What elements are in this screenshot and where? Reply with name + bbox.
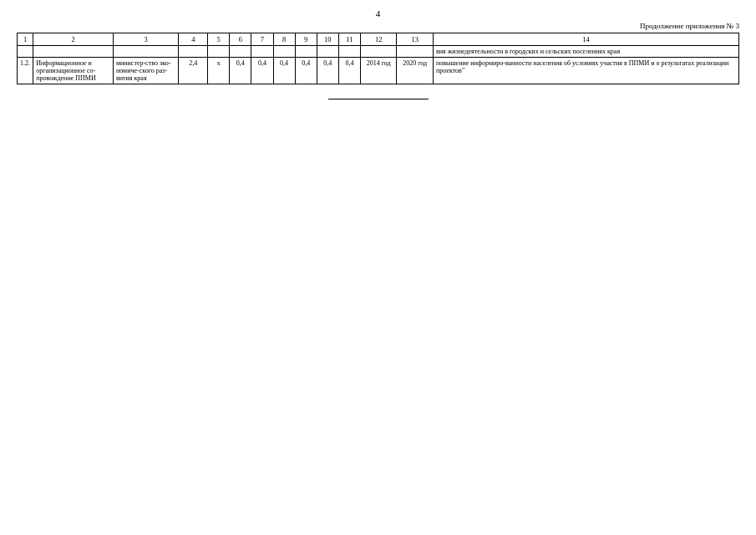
row0-col5 (208, 46, 230, 58)
row0-col12 (360, 46, 397, 58)
row1-col5: х (208, 58, 230, 84)
page: 4 Продолжение приложения № 3 1 2 3 4 5 6… (0, 0, 756, 535)
row1-col7: 0,4 (251, 58, 273, 84)
header-col-1: 1 (18, 33, 33, 46)
row0-col2 (33, 46, 114, 58)
underline-section (17, 93, 739, 101)
row1-col8: 0,4 (273, 58, 295, 84)
row1-col13: 2020 год (397, 58, 434, 84)
header-col-12: 12 (360, 33, 397, 46)
header-col-8: 8 (273, 33, 295, 46)
row0-col4 (179, 46, 208, 58)
row0-col8 (273, 46, 295, 58)
header-col-3: 3 (113, 33, 178, 46)
row1-col1: 1.2. (18, 58, 33, 84)
header-col-6: 6 (230, 33, 251, 46)
header-col-5: 5 (208, 33, 230, 46)
table-header-row: 1 2 3 4 5 6 7 8 9 10 11 12 13 14 (18, 33, 739, 46)
row1-col4: 2,4 (179, 58, 208, 84)
row0-col3 (113, 46, 178, 58)
main-table: 1 2 3 4 5 6 7 8 9 10 11 12 13 14 (17, 33, 739, 84)
header-col-13: 13 (397, 33, 434, 46)
table-row: вия жизнедеятельности в городских и сель… (18, 46, 739, 58)
row0-col9 (295, 46, 317, 58)
continuation-label: Продолжение приложения № 3 (17, 22, 739, 30)
row1-col9: 0,4 (295, 58, 317, 84)
row0-col14: вия жизнедеятельности в городских и сель… (434, 46, 739, 58)
row1-col11: 0,4 (338, 58, 360, 84)
table-row: 1.2. Информационное и организационное со… (18, 58, 739, 84)
header-col-4: 4 (179, 33, 208, 46)
row0-col10 (317, 46, 338, 58)
underline-line (328, 99, 429, 99)
row0-col1 (18, 46, 33, 58)
row0-col11 (338, 46, 360, 58)
row0-col7 (251, 46, 273, 58)
header-col-9: 9 (295, 33, 317, 46)
header-col-7: 7 (251, 33, 273, 46)
header-col-11: 11 (338, 33, 360, 46)
row0-col6 (230, 46, 251, 58)
row1-col2: Информационное и организационное со-пров… (33, 58, 114, 84)
row1-col14: повышение информиро-ванности населения о… (434, 58, 739, 84)
page-number: 4 (17, 8, 739, 18)
header-col-10: 10 (317, 33, 338, 46)
header-col-14: 14 (434, 33, 739, 46)
row0-col13 (397, 46, 434, 58)
row1-col12: 2014 год (360, 58, 397, 84)
row1-col10: 0,4 (317, 58, 338, 84)
header-col-2: 2 (33, 33, 114, 46)
row1-col6: 0,4 (230, 58, 251, 84)
row1-col3: министер-ство эко-номиче-ского раз-вития… (113, 58, 178, 84)
